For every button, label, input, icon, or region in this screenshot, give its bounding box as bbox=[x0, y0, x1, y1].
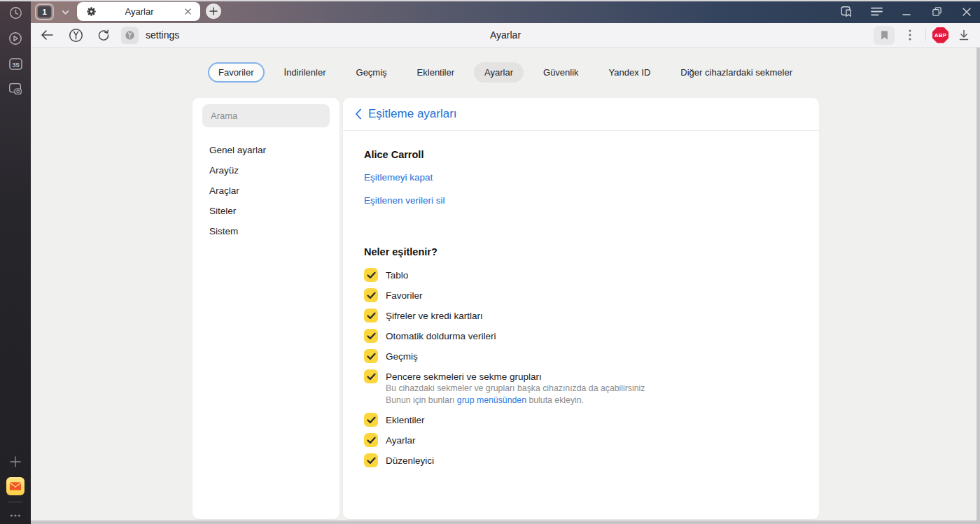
new-tab-button[interactable] bbox=[206, 3, 221, 19]
checkbox-checked-icon[interactable] bbox=[364, 329, 378, 343]
sidebar-item-genel-ayarlar[interactable]: Genel ayarlar bbox=[192, 140, 340, 160]
nav-tab-ayarlar[interactable]: Ayarlar bbox=[474, 62, 524, 83]
checkbox-checked-icon[interactable] bbox=[364, 268, 378, 282]
disable-sync-link[interactable]: Eşitlemeyi kapat bbox=[364, 172, 433, 183]
nav-tab-eklentiler[interactable]: Eklentiler bbox=[407, 62, 465, 83]
screenshot-icon[interactable] bbox=[0, 78, 31, 99]
mail-tile bbox=[6, 477, 24, 495]
delete-synced-data-link[interactable]: Eşitlenen verileri sil bbox=[364, 195, 445, 206]
sync-item-label: Eklentiler bbox=[386, 415, 425, 425]
refresh-icon[interactable] bbox=[94, 26, 113, 44]
checkbox-checked-icon[interactable] bbox=[364, 413, 378, 427]
sync-item-label: Otomatik doldurma verileri bbox=[386, 331, 496, 341]
panel-title: Eşitleme ayarları bbox=[368, 107, 457, 121]
description-line2-prefix: Bunun için bunları bbox=[386, 395, 457, 405]
checkbox-checked-icon[interactable] bbox=[364, 433, 378, 447]
sidebar-item-siteler[interactable]: Siteler bbox=[192, 201, 340, 221]
close-window-icon[interactable] bbox=[960, 6, 973, 18]
left-rail: 35 bbox=[0, 0, 31, 524]
minimize-icon[interactable] bbox=[900, 6, 913, 18]
group-menu-link[interactable]: grup menüsünden bbox=[457, 395, 526, 405]
kebab-menu-icon[interactable] bbox=[901, 26, 919, 44]
downloads-icon[interactable] bbox=[955, 26, 973, 44]
tab-group-count: 1 bbox=[38, 6, 51, 17]
checkbox-checked-icon[interactable] bbox=[364, 288, 378, 302]
tab-group-badge[interactable]: 1 bbox=[35, 3, 54, 20]
sync-item-label: Ayarlar bbox=[386, 435, 416, 446]
panel-header-back[interactable]: Eşitleme ayarları bbox=[343, 98, 819, 131]
browser-window: 35 1 Ayarlar bbox=[0, 0, 980, 524]
sync-item-label: Pencere sekmeleri ve sekme grupları bbox=[386, 371, 542, 382]
panel-body: Alice Carroll Eşitlemeyi kapat Eşitlenen… bbox=[343, 131, 819, 467]
nav-tab-indirilenler[interactable]: İndirilenler bbox=[274, 62, 337, 83]
description-line1: Bu cihazdaki sekmeler ve grupları başka … bbox=[386, 383, 645, 393]
history-clock-icon[interactable] bbox=[0, 2, 31, 23]
scrollbar-track[interactable] bbox=[976, 48, 980, 524]
sidebar-item-arayuz[interactable]: Arayüz bbox=[192, 160, 340, 180]
nav-tab-gecmis[interactable]: Geçmiş bbox=[346, 62, 398, 83]
restore-icon[interactable] bbox=[930, 6, 943, 18]
sync-item-eklentiler[interactable]: Eklentiler bbox=[364, 413, 798, 427]
search-input[interactable] bbox=[202, 104, 330, 127]
tab-counter-value: 35 bbox=[12, 60, 20, 68]
browser-tab-ayarlar[interactable]: Ayarlar bbox=[77, 2, 200, 21]
checkbox-checked-icon[interactable] bbox=[364, 349, 378, 363]
yandex-button[interactable] bbox=[66, 26, 85, 44]
tab-group-chevron-down-icon[interactable] bbox=[59, 6, 71, 18]
tab-title: Ayarlar bbox=[97, 6, 182, 17]
tab-close-icon[interactable] bbox=[182, 6, 193, 17]
sync-item-otomatik-doldurma[interactable]: Otomatik doldurma verileri bbox=[364, 329, 798, 343]
sidebar-item-araclar[interactable]: Araçlar bbox=[192, 180, 340, 201]
adblock-abp-icon[interactable]: ABP bbox=[932, 27, 948, 43]
sync-item-description: Bu cihazdaki sekmeler ve grupları başka … bbox=[386, 383, 798, 406]
sync-item-label: Tablo bbox=[386, 270, 408, 281]
play-media-icon[interactable] bbox=[0, 28, 31, 49]
sync-item-label: Şifreler ve kredi kartları bbox=[386, 311, 483, 321]
side-panel-icon[interactable] bbox=[840, 6, 853, 18]
checkbox-checked-icon[interactable] bbox=[364, 369, 378, 383]
toolbar: settings Ayarlar ABP bbox=[31, 23, 980, 48]
page-favicon bbox=[121, 27, 139, 44]
window-top-edge bbox=[0, 0, 980, 1]
settings-sidebar: Genel ayarlar Arayüz Araçlar Siteler Sis… bbox=[192, 98, 340, 519]
nav-tab-guvenlik[interactable]: Güvenlik bbox=[533, 62, 589, 83]
menu-hamburger-icon[interactable] bbox=[870, 6, 883, 18]
nav-tab-yandex-id[interactable]: Yandex ID bbox=[598, 62, 662, 83]
sync-item-label: Favoriler bbox=[386, 290, 423, 301]
tab-counter-badge[interactable]: 35 bbox=[0, 53, 31, 74]
checkbox-checked-icon[interactable] bbox=[364, 453, 378, 467]
yandex-mail-icon[interactable] bbox=[0, 476, 31, 497]
rail-divider bbox=[8, 502, 22, 502]
sync-item-gecmis[interactable]: Geçmiş bbox=[364, 349, 798, 363]
window-bottom-edge bbox=[31, 521, 980, 524]
nav-tab-favoriler[interactable]: Favoriler bbox=[208, 62, 265, 83]
section-title-what-syncs: Neler eşitlenir? bbox=[364, 246, 798, 257]
window-controls bbox=[840, 0, 973, 23]
settings-menu: Genel ayarlar Arayüz Araçlar Siteler Sis… bbox=[192, 140, 340, 241]
account-name: Alice Carroll bbox=[364, 149, 798, 160]
sync-item-pencere-sekmeleri[interactable]: Pencere sekmeleri ve sekme grupları bbox=[364, 369, 798, 383]
bookmark-icon[interactable] bbox=[874, 26, 895, 45]
settings-page: Favoriler İndirilenler Geçmiş Eklentiler… bbox=[31, 48, 980, 524]
more-apps-dots-icon[interactable] bbox=[0, 505, 31, 524]
gear-icon bbox=[86, 6, 97, 17]
chevron-left-icon bbox=[355, 108, 362, 120]
sync-item-ayarlar[interactable]: Ayarlar bbox=[364, 433, 798, 447]
nav-tab-diger-cihazlar[interactable]: Diğer cihazlardaki sekmeler bbox=[670, 62, 803, 83]
toolbar-divider bbox=[925, 29, 926, 41]
tab-bar: 1 Ayarlar bbox=[31, 0, 980, 23]
sidebar-item-sistem[interactable]: Sistem bbox=[192, 221, 340, 241]
sync-item-sifreler[interactable]: Şifreler ve kredi kartları bbox=[364, 309, 798, 323]
settings-nav-tabs: Favoriler İndirilenler Geçmiş Eklentiler… bbox=[31, 62, 980, 83]
toolbar-right: ABP bbox=[874, 23, 973, 47]
sync-item-duzenleyici[interactable]: Düzenleyici bbox=[364, 453, 798, 467]
checkbox-checked-icon[interactable] bbox=[364, 309, 378, 323]
sync-settings-panel: Eşitleme ayarları Alice Carroll Eşitleme… bbox=[343, 98, 819, 519]
sync-item-label: Düzenleyici bbox=[386, 455, 434, 466]
add-panel-icon[interactable] bbox=[0, 451, 31, 472]
url-text[interactable]: settings bbox=[146, 29, 179, 41]
sync-item-tablo[interactable]: Tablo bbox=[364, 268, 798, 282]
back-button[interactable] bbox=[38, 26, 56, 44]
sync-item-favoriler[interactable]: Favoriler bbox=[364, 288, 798, 302]
search-box bbox=[202, 104, 330, 127]
